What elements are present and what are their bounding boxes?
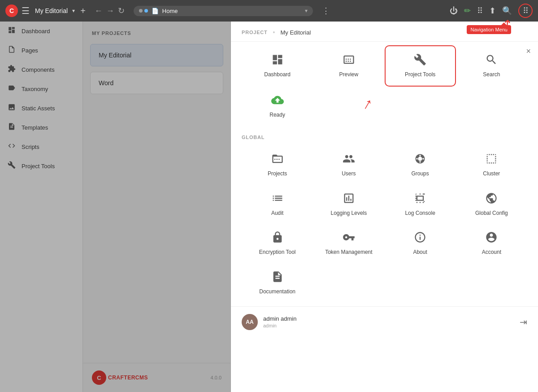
nav-item-account[interactable]: Account: [456, 224, 527, 263]
power-icon[interactable]: ⏻: [450, 6, 458, 16]
nav-encryption-icon: [271, 231, 284, 245]
address-text: Home: [162, 8, 178, 14]
nav-panel: PROJECT • My Editorial × Dashboard Previ…: [231, 22, 538, 392]
admin-info: admin admin admin: [263, 315, 296, 328]
nav-panel-footer: AA admin admin admin ⇥: [231, 306, 538, 337]
project-name-label: My Editorial: [35, 7, 68, 14]
svg-point-1: [418, 157, 422, 161]
apps-grid-icon[interactable]: ⠿: [477, 6, 483, 16]
nav-dashboard-label: Dashboard: [264, 71, 291, 78]
project-nav-grid: Dashboard Preview Project Tools: [242, 45, 527, 126]
nav-item-ready[interactable]: Ready: [242, 87, 313, 126]
nav-item-encryption-tool[interactable]: Encryption Tool: [242, 224, 313, 263]
nav-item-search[interactable]: Search: [456, 45, 527, 87]
nav-token-label: Token Management: [325, 249, 372, 256]
nav-item-logging-levels[interactable]: Logging Levels: [313, 185, 384, 224]
nav-item-audit[interactable]: Audit: [242, 185, 313, 224]
nav-account-label: Account: [482, 249, 501, 256]
nav-about-label: About: [413, 249, 427, 256]
navigation-menu-button[interactable]: ⠿: [518, 4, 533, 18]
add-project-button[interactable]: +: [80, 6, 86, 16]
topbar-right-actions: ⏻ ✏ ⠿ ⬆ 🔍 ⠿: [450, 4, 533, 18]
global-section-label: GLOBAL: [242, 133, 527, 142]
nav-search-label: Search: [483, 71, 500, 78]
header-separator: •: [273, 29, 275, 36]
admin-name: admin admin: [263, 315, 296, 322]
svg-point-2: [419, 155, 421, 157]
global-nav-section: GLOBAL Projects Users Groups: [231, 129, 538, 306]
back-button[interactable]: ←: [95, 6, 103, 16]
nav-ready-icon: [271, 94, 284, 108]
more-options-button[interactable]: ⋮: [322, 6, 330, 16]
nav-log-console-label: Log Console: [405, 210, 435, 217]
nav-item-cluster[interactable]: Cluster: [456, 145, 527, 185]
topbar: C ☰ My Editorial ▾ + ← → ↻ 📄 Home ▾ ⋮ ⏻ …: [0, 0, 538, 22]
nav-account-icon: [485, 231, 498, 245]
nav-panel-project-name: My Editorial: [280, 29, 311, 36]
nav-item-documentation[interactable]: Documentation: [242, 263, 313, 303]
nav-project-tools-icon: [414, 53, 426, 68]
nav-item-global-config[interactable]: Global Config: [456, 185, 527, 224]
nav-dashboard-icon: [271, 53, 284, 68]
nav-groups-label: Groups: [411, 170, 429, 178]
status-indicators: [139, 9, 148, 13]
upload-icon[interactable]: ⬆: [489, 6, 496, 16]
nav-logging-label: Logging Levels: [331, 210, 367, 217]
nav-project-tools-label: Project Tools: [405, 71, 435, 78]
status-dot-blue: [144, 9, 148, 13]
nav-users-icon: [343, 152, 355, 167]
search-topbar-icon[interactable]: 🔍: [502, 6, 512, 16]
nav-ready-label: Ready: [269, 112, 285, 119]
page-icon: 📄: [152, 8, 159, 14]
nav-panel-close-button[interactable]: ×: [526, 47, 531, 56]
crafter-logo: C: [5, 4, 18, 17]
nav-item-projects[interactable]: Projects: [242, 145, 313, 185]
nav-item-users[interactable]: Users: [313, 145, 384, 185]
nav-projects-label: Projects: [268, 170, 287, 178]
nav-encryption-label: Encryption Tool: [259, 249, 296, 256]
refresh-button[interactable]: ↻: [118, 6, 125, 16]
nav-preview-label: Preview: [339, 71, 359, 78]
nav-projects-icon: [271, 152, 284, 167]
status-dot-grey: [139, 9, 143, 13]
svg-point-5: [422, 158, 424, 160]
nav-docs-icon: [271, 270, 284, 285]
address-bar: 📄 Home ▾: [134, 6, 313, 16]
nav-item-dashboard[interactable]: Dashboard: [242, 45, 313, 87]
nav-item-preview[interactable]: Preview: [313, 45, 384, 87]
nav-item-log-console[interactable]: Log Console: [385, 185, 456, 224]
nav-global-config-label: Global Config: [475, 210, 508, 217]
project-section-label: PROJECT: [242, 30, 268, 35]
nav-global-config-icon: [485, 192, 498, 206]
nav-groups-icon: [414, 152, 426, 167]
nav-audit-label: Audit: [271, 210, 283, 217]
hamburger-menu-icon[interactable]: ☰: [22, 5, 30, 16]
nav-item-project-tools[interactable]: Project Tools: [385, 45, 456, 87]
admin-avatar: AA: [242, 314, 258, 330]
nav-preview-icon: [343, 53, 355, 68]
nav-logging-icon: [343, 192, 355, 206]
nav-audit-icon: [271, 192, 284, 206]
nav-item-groups[interactable]: Groups: [385, 145, 456, 185]
logout-button[interactable]: ⇥: [520, 317, 527, 327]
global-nav-grid: Projects Users Groups Clus: [242, 145, 527, 302]
nav-about-icon: [414, 231, 426, 245]
nav-log-console-icon: [414, 192, 426, 206]
nav-item-token-management[interactable]: Token Management: [313, 224, 384, 263]
project-nav-section: Dashboard Preview Project Tools: [231, 42, 538, 129]
edit-icon[interactable]: ✏: [464, 6, 471, 16]
address-chevron-icon[interactable]: ▾: [305, 8, 308, 14]
browser-nav-buttons: ← →: [95, 6, 114, 16]
project-chevron-icon[interactable]: ▾: [72, 8, 75, 14]
nav-item-about[interactable]: About: [385, 224, 456, 263]
svg-point-3: [419, 161, 421, 163]
nav-docs-label: Documentation: [259, 288, 295, 296]
svg-point-4: [416, 158, 418, 160]
nav-cluster-label: Cluster: [483, 170, 500, 178]
forward-button[interactable]: →: [106, 6, 114, 16]
nav-token-icon: [343, 231, 355, 245]
nav-users-label: Users: [342, 170, 356, 178]
nav-cluster-icon: [485, 152, 498, 167]
apps-icon: ⠿: [523, 6, 529, 16]
admin-username: admin: [263, 323, 296, 328]
